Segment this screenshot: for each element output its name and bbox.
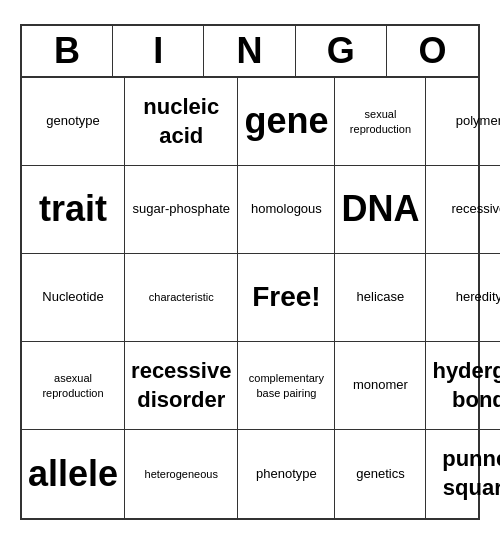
bingo-cell-6: sugar-phosphate [125,166,238,254]
bingo-cell-7: homologous [238,166,335,254]
header-cell-b: B [22,26,113,76]
bingo-cell-21: heterogeneous [125,430,238,518]
header-cell-i: I [113,26,204,76]
bingo-cell-22: phenotype [238,430,335,518]
bingo-cell-1: nucleic acid [125,78,238,166]
bingo-cell-23: genetics [335,430,426,518]
bingo-cell-20: allele [22,430,125,518]
bingo-cell-14: heredity [426,254,500,342]
bingo-cell-17: complementary base pairing [238,342,335,430]
bingo-cell-19: hydergin bond [426,342,500,430]
bingo-cell-24: punnet square [426,430,500,518]
bingo-cell-5: trait [22,166,125,254]
header-cell-n: N [204,26,295,76]
bingo-cell-13: helicase [335,254,426,342]
bingo-cell-16: recessive disorder [125,342,238,430]
bingo-cell-0: genotype [22,78,125,166]
bingo-cell-11: characteristic [125,254,238,342]
bingo-header: BINGO [22,26,478,78]
bingo-cell-9: recessive [426,166,500,254]
bingo-grid: genotypenucleic acidgenesexual reproduct… [22,78,478,518]
bingo-cell-8: DNA [335,166,426,254]
bingo-cell-12: Free! [238,254,335,342]
bingo-cell-4: polymer [426,78,500,166]
header-cell-o: O [387,26,478,76]
bingo-cell-15: asexual reproduction [22,342,125,430]
bingo-card: BINGO genotypenucleic acidgenesexual rep… [20,24,480,520]
bingo-cell-10: Nucleotide [22,254,125,342]
header-cell-g: G [296,26,387,76]
bingo-cell-2: gene [238,78,335,166]
bingo-cell-3: sexual reproduction [335,78,426,166]
bingo-cell-18: monomer [335,342,426,430]
